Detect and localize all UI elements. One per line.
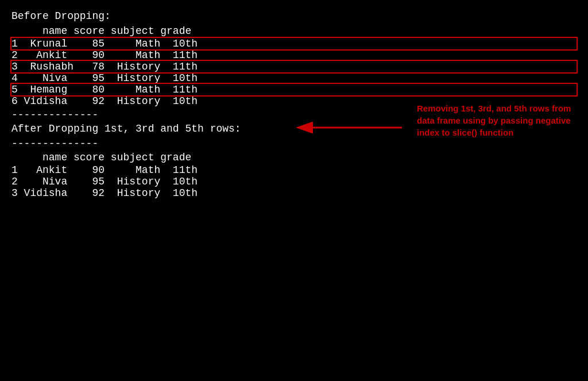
before-row-1: 1 Krunal 85 Math 10th [11,38,577,49]
annotation-box: Removing 1st, 3rd, and 5th rows from dat… [417,102,578,138]
before-rows: 1 Krunal 85 Math 10th 2 Ankit 90 Math 11… [11,38,577,107]
after-rows: 1 Ankit 90 Math 11th 2 Niva 95 History 1… [11,164,577,199]
before-row-4: 4 Niva 95 History 10th [11,72,577,84]
annotation-text: Removing 1st, 3rd, and 5th rows from dat… [417,102,578,138]
before-row-3: 3 Rushabh 78 History 11th [11,61,577,72]
after-row-2: 2 Niva 95 History 10th [11,176,577,187]
after-header: name score subject grade [11,152,577,163]
before-row-2: 2 Ankit 90 Math 11th [11,49,577,61]
after-separator: -------------- [11,138,577,149]
after-row-3: 3 Vidisha 92 History 10th [11,187,577,199]
after-row-1: 1 Ankit 90 Math 11th [11,164,577,176]
before-title: Before Dropping: [11,10,577,22]
before-row-5: 5 Hemang 80 Math 11th [11,84,577,95]
main-container: Before Dropping: name score subject grad… [0,0,588,209]
before-header: name score subject grade [11,25,577,37]
